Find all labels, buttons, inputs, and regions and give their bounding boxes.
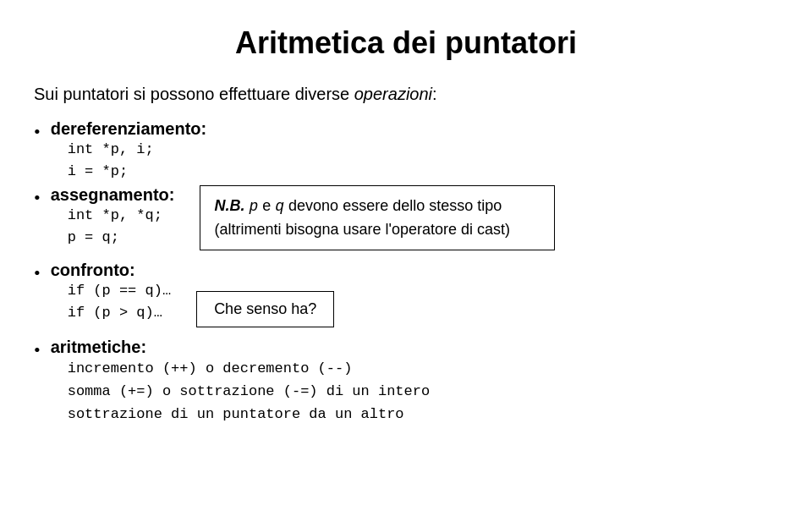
- bullet-aritmetiche: •: [34, 339, 41, 361]
- section-confronto: • confronto: if (p == q)… if (p > q)… Ch…: [34, 261, 778, 327]
- page-title: Aritmetica dei puntatori: [34, 25, 778, 61]
- code-assign-line2: p = q;: [68, 227, 175, 249]
- code-assign: int *p, *q; p = q;: [68, 205, 175, 250]
- code-aritmetiche-line1: incremento (++) o decremento (--): [68, 357, 430, 380]
- question-box: Che senso ha?: [196, 291, 334, 327]
- code-assign-line1: int *p, *q;: [68, 205, 175, 227]
- intro-italic: operazioni: [354, 85, 432, 103]
- label-aritmetiche: aritmetiche:: [51, 338, 146, 356]
- label-deref: dereferenziamento:: [51, 119, 207, 138]
- code-deref-line2: i = *p;: [68, 161, 207, 183]
- intro-text-after: :: [432, 85, 437, 103]
- label-assign: assegnamento:: [51, 185, 175, 204]
- note-p-code: p: [249, 198, 258, 215]
- question-text: Che senso ha?: [214, 300, 316, 317]
- intro-text-before: Sui puntatori si possono effettuare dive…: [34, 85, 354, 103]
- note-box-assign: N.B. p e q devono essere dello stesso ti…: [200, 185, 555, 250]
- note-text: p e q devono essere dello stesso tipo (a…: [214, 197, 510, 238]
- label-confronto: confronto:: [51, 261, 135, 279]
- section-deref: • dereferenziamento: int *p, i; i = *p;: [34, 119, 778, 184]
- code-aritmetiche-line2: somma (+=) o sottrazione (-=) di un inte…: [68, 380, 430, 403]
- bullet-deref: •: [34, 121, 41, 143]
- code-deref-line1: int *p, i;: [68, 139, 207, 161]
- intro-text: Sui puntatori si possono effettuare dive…: [34, 85, 778, 104]
- code-deref: int *p, i; i = *p;: [68, 139, 207, 184]
- section-assign: • assegnamento: int *p, *q; p = q; N.B. …: [34, 185, 778, 250]
- code-confronto-line1: if (p == q)…: [68, 280, 171, 302]
- code-aritmetiche: incremento (++) o decremento (--) somma …: [68, 357, 430, 426]
- bullet-confronto: •: [34, 262, 41, 284]
- section-aritmetiche: • aritmetiche: incremento (++) o decreme…: [34, 338, 778, 426]
- note-q-code: q: [275, 198, 284, 215]
- note-label: N.B.: [214, 197, 244, 214]
- page: Aritmetica dei puntatori Sui puntatori s…: [0, 0, 812, 522]
- bullet-assign: •: [34, 187, 41, 209]
- code-aritmetiche-line3: sottrazione di un puntatore da un altro: [68, 403, 430, 426]
- code-confronto: if (p == q)… if (p > q)…: [68, 280, 171, 325]
- code-confronto-line2: if (p > q)…: [68, 302, 171, 324]
